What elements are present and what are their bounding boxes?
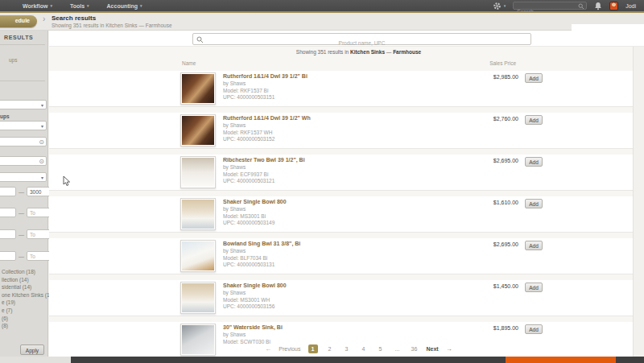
page-button-5[interactable]: 5 xyxy=(376,344,386,353)
product-upc: UPC: 4000000503149 xyxy=(223,220,416,227)
filter-option[interactable]: e (7) xyxy=(2,307,54,313)
table-row[interactable]: Ribchester Two Bwl 39 1/2", Bi by Shaws … xyxy=(49,155,633,191)
table-row[interactable]: Shaker Single Bowl 800 by Shaws Model: M… xyxy=(49,280,633,316)
product-price: $2,695.00 xyxy=(446,155,518,191)
filter-option[interactable]: (8) xyxy=(2,323,54,328)
table-row[interactable]: Rutherford 1&1/4 Dwl 39 1/2" Bi by Shaws… xyxy=(49,71,633,107)
product-title[interactable]: Rutherford 1&1/4 Dwl 39 1/2" Bi xyxy=(223,73,416,79)
settings-menu[interactable]: ▾ xyxy=(493,2,506,10)
menu-tools[interactable]: Tools ▾ xyxy=(70,3,89,9)
page-button-36[interactable]: 36 xyxy=(410,344,419,353)
target-icon: ⊙ xyxy=(39,138,44,146)
range-row: — To xyxy=(0,229,52,239)
filter-option[interactable]: e (19) xyxy=(2,299,54,305)
menu-workflow[interactable]: Workflow ▾ xyxy=(23,3,52,9)
filter-option[interactable]: one Kitchen Sinks (11) xyxy=(2,292,54,298)
page-button-1[interactable]: 1 xyxy=(308,344,318,353)
product-thumbnail xyxy=(180,282,216,314)
page-ellipsis: ... xyxy=(393,344,402,353)
product-title[interactable]: Shaker Single Bowl 800 xyxy=(223,283,416,288)
product-brand: by Shaws xyxy=(223,80,416,88)
page-subtitle: Showing 351 results in Kitchen Sinks — F… xyxy=(52,23,172,28)
add-button[interactable]: Add xyxy=(525,324,543,334)
filter-link[interactable]: ups xyxy=(9,57,17,63)
filter-select-1[interactable]: ▾ xyxy=(0,100,47,109)
filter-input-2[interactable]: ⊙ xyxy=(0,156,47,166)
range-from-input[interactable] xyxy=(0,187,16,196)
product-price: $1,610.00 xyxy=(446,196,518,233)
product-title[interactable]: Ribchester Two Bwl 39 1/2", Bi xyxy=(223,157,416,163)
product-price: $2,695.00 xyxy=(446,238,518,274)
menu-tools-label: Tools xyxy=(70,3,85,9)
product-model: Model: MS3001 WH xyxy=(223,297,416,304)
filter-select-3[interactable]: ▾ xyxy=(0,172,47,182)
product-brand: by Shaws xyxy=(223,122,416,130)
filter-input-1[interactable]: ⊙ xyxy=(0,137,47,146)
summary-prefix: Showing 351 results in xyxy=(296,49,350,55)
filter-option[interactable]: llection (14) xyxy=(2,277,54,283)
menu-accounting-label: Accounting xyxy=(107,3,138,9)
menu-workflow-label: Workflow xyxy=(23,3,47,9)
filter-option[interactable]: (6) xyxy=(2,316,54,321)
pagination: ← Previous 1 2 3 4 5 ... 36 Next → xyxy=(180,344,537,353)
video-progress-bar[interactable] xyxy=(0,357,644,363)
product-title[interactable]: Rutherford 1&1/4 Dwl 39 1/2" Wh xyxy=(223,115,416,121)
user-name[interactable]: Jodi xyxy=(625,3,636,9)
divider xyxy=(0,80,45,81)
page-header: edule › Search results Showing 351 resul… xyxy=(0,13,644,31)
avatar[interactable] xyxy=(609,2,618,10)
product-upc: UPC: 4000000503156 xyxy=(223,303,416,311)
product-title[interactable]: Bowland Sing Bwl 31 3/8", Bi xyxy=(223,241,416,246)
add-button[interactable]: Add xyxy=(525,157,543,167)
target-icon: ⊙ xyxy=(39,158,44,165)
product-model: Model: MS3001 Bi xyxy=(223,213,416,221)
table-row[interactable]: Shaker Single Bowl 800 by Shaws Model: M… xyxy=(49,196,633,233)
product-search xyxy=(192,33,531,45)
menu-accounting[interactable]: Accounting ▾ xyxy=(107,3,142,9)
product-brand: by Shaws xyxy=(223,206,416,213)
range-from-input[interactable] xyxy=(0,229,16,239)
chevron-down-icon: ▾ xyxy=(41,123,43,129)
add-button[interactable]: Add xyxy=(525,73,543,83)
product-model: Model: RKF1537 WH xyxy=(223,130,416,137)
product-brand: by Shaws xyxy=(223,248,416,255)
product-title[interactable]: Shaker Single Bowl 800 xyxy=(223,199,416,204)
breadcrumb-pill-button[interactable]: edule xyxy=(0,15,37,27)
range-row: — To xyxy=(0,208,52,217)
chevron-down-icon: ▾ xyxy=(87,3,89,8)
filter-option[interactable]: sidential (14) xyxy=(2,284,54,290)
table-row[interactable]: Rutherford 1&1/4 Dwl 39 1/2" Wh by Shaws… xyxy=(49,113,633,149)
page-button-4[interactable]: 4 xyxy=(359,344,369,353)
product-upc: UPC: 4000000503152 xyxy=(223,136,416,143)
product-model: Model: ECF9937 Bi xyxy=(223,171,416,179)
range-dash: — xyxy=(19,189,24,195)
page-button-3[interactable]: 3 xyxy=(342,344,352,353)
page-button-2[interactable]: 2 xyxy=(325,344,335,353)
search-icon xyxy=(578,3,584,10)
arrow-left-icon: ← xyxy=(265,345,271,353)
range-row: — To xyxy=(0,251,52,261)
range-from-input[interactable] xyxy=(0,251,16,261)
results-summary: Showing 351 results in Kitchen Sinks — F… xyxy=(180,49,537,55)
product-upc: UPC: 4000000503131 xyxy=(223,262,416,269)
add-button[interactable]: Add xyxy=(525,115,543,125)
next-page-button[interactable]: Next xyxy=(427,346,439,352)
previous-page-button[interactable]: Previous xyxy=(279,346,300,352)
product-title[interactable]: 30" Waterside Sink, Bi xyxy=(223,324,416,330)
product-search-input[interactable] xyxy=(193,38,530,48)
product-thumbnail xyxy=(180,240,216,272)
results-panel: Showing 351 results in Kitchen Sinks — F… xyxy=(49,31,644,357)
product-model: Model: RKF1537 Bi xyxy=(223,88,416,95)
filter-option[interactable]: Collection (18) xyxy=(2,269,54,274)
product-thumbnail xyxy=(180,156,216,188)
range-from-input[interactable] xyxy=(0,208,16,217)
apply-button[interactable]: Apply xyxy=(20,344,44,355)
add-button[interactable]: Add xyxy=(525,283,543,292)
gear-icon xyxy=(493,2,502,10)
add-button[interactable]: Add xyxy=(525,241,543,250)
bell-icon[interactable] xyxy=(594,2,602,10)
table-row[interactable]: Bowland Sing Bwl 31 3/8", Bi by Shaws Mo… xyxy=(49,238,633,274)
filter-select-2[interactable]: ▾ xyxy=(0,121,47,130)
global-search xyxy=(513,2,587,10)
add-button[interactable]: Add xyxy=(525,199,543,208)
